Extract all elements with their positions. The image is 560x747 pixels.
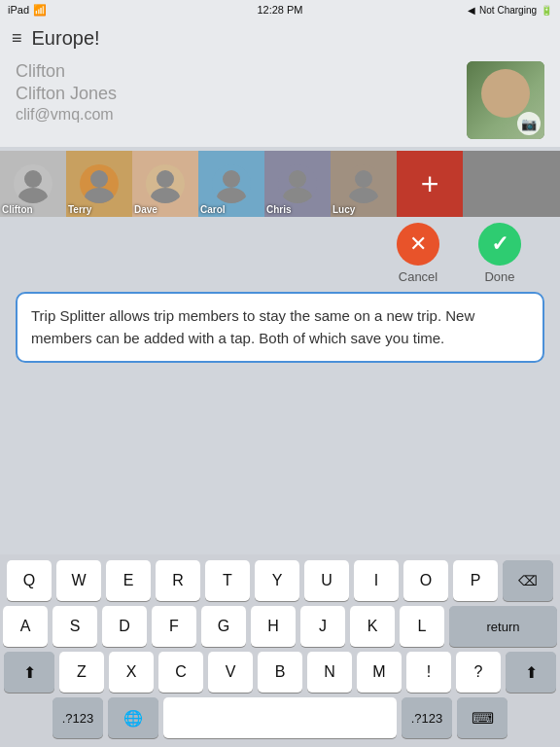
key-f[interactable]: F (152, 606, 196, 647)
member-clifton[interactable]: Clifton (0, 151, 66, 217)
status-left: iPad 📶 (8, 4, 47, 17)
done-circle: ✓ (478, 223, 521, 266)
battery-icon: 🔋 (541, 5, 552, 16)
key-r[interactable]: R (156, 560, 200, 601)
key-i[interactable]: I (354, 560, 399, 601)
member-label-clifton: Clifton (2, 204, 33, 215)
globe-key[interactable]: 🌐 (108, 697, 158, 738)
cancel-label: Cancel (399, 269, 438, 284)
numeric-right-key[interactable]: .?123 (402, 697, 452, 738)
keyboard-row-4: .?123 🌐 .?123 ⌨ (3, 697, 557, 738)
add-member-button[interactable]: + (397, 151, 463, 217)
members-strip: Clifton Terry Dave Carol Chris Lucy + (0, 151, 560, 217)
contact-name-short: Clifton (16, 61, 117, 82)
contact-section: Clifton Clifton Jones clif@vmq.com 📷 (0, 53, 560, 147)
member-chris[interactable]: Chris (264, 151, 331, 217)
member-terry[interactable]: Terry (66, 151, 132, 217)
member-label-terry: Terry (68, 204, 91, 215)
spacer (0, 371, 560, 400)
contact-photo[interactable]: 📷 (467, 61, 544, 139)
contact-info: Clifton Clifton Jones clif@vmq.com (16, 61, 117, 124)
nav-title: Europe! (32, 27, 100, 50)
key-c[interactable]: C (158, 652, 203, 693)
numeric-left-key[interactable]: .?123 (52, 697, 103, 738)
key-k[interactable]: K (350, 606, 395, 647)
member-lucy[interactable]: Lucy (331, 151, 397, 217)
status-bar: iPad 📶 12:28 PM ◀ Not Charging 🔋 (0, 0, 560, 19)
return-key[interactable]: return (449, 606, 557, 647)
keyboard-row-1: Q W E R T Y U I O P ⌫ (3, 560, 557, 601)
key-v[interactable]: V (208, 652, 253, 693)
key-u[interactable]: U (304, 560, 349, 601)
key-e[interactable]: E (106, 560, 151, 601)
key-t[interactable]: T (205, 560, 250, 601)
key-z[interactable]: Z (59, 652, 104, 693)
space-key[interactable] (163, 697, 397, 738)
member-dave[interactable]: Dave (132, 151, 198, 217)
key-d[interactable]: D (102, 606, 147, 647)
key-h[interactable]: H (251, 606, 296, 647)
member-label-dave: Dave (134, 204, 158, 215)
time-display: 12:28 PM (257, 4, 302, 16)
status-right: ◀ Not Charging 🔋 (468, 5, 552, 16)
add-icon: + (421, 168, 439, 199)
key-o[interactable]: O (403, 560, 448, 601)
contact-email: clif@vmq.com (16, 106, 117, 124)
hamburger-icon[interactable]: ≡ (12, 28, 22, 49)
key-exclamation[interactable]: ! (406, 652, 451, 693)
member-label-lucy: Lucy (332, 204, 355, 215)
wifi-icon: 📶 (33, 4, 47, 17)
key-x[interactable]: X (109, 652, 154, 693)
key-s[interactable]: S (52, 606, 97, 647)
camera-icon[interactable]: 📷 (517, 112, 541, 135)
key-b[interactable]: B (258, 652, 302, 693)
key-j[interactable]: J (300, 606, 345, 647)
shift-right-key[interactable]: ⬆ (506, 652, 556, 693)
nav-bar: ≡ Europe! (0, 19, 560, 53)
member-label-chris: Chris (266, 204, 292, 215)
key-y[interactable]: Y (255, 560, 299, 601)
key-l[interactable]: L (400, 606, 444, 647)
cancel-circle: ✕ (397, 223, 439, 266)
shift-left-key[interactable]: ⬆ (4, 652, 54, 693)
keyboard-hide-key[interactable]: ⌨ (457, 697, 508, 738)
key-w[interactable]: W (56, 560, 101, 601)
member-carol[interactable]: Carol (198, 151, 264, 217)
key-g[interactable]: G (201, 606, 246, 647)
key-n[interactable]: N (307, 652, 352, 693)
info-textbox[interactable]: Trip Splitter allows trip members to sta… (16, 292, 544, 363)
done-label: Done (484, 269, 514, 284)
device-label: iPad (8, 4, 29, 16)
key-p[interactable]: P (453, 560, 498, 601)
cancel-button[interactable]: ✕ Cancel (397, 223, 439, 284)
key-q[interactable]: Q (7, 560, 52, 601)
done-button[interactable]: ✓ Done (478, 223, 521, 284)
backspace-key[interactable]: ⌫ (503, 560, 553, 601)
keyboard: Q W E R T Y U I O P ⌫ A S D F G H J K L … (0, 554, 560, 747)
navigation-icon: ◀ (468, 5, 475, 16)
keyboard-row-2: A S D F G H J K L return (3, 606, 557, 647)
key-question[interactable]: ? (456, 652, 501, 693)
charging-status: Not Charging (479, 5, 537, 16)
contact-name-full: Clifton Jones (16, 84, 117, 104)
action-row: ✕ Cancel ✓ Done (0, 217, 560, 288)
keyboard-row-3: ⬆ Z X C V B N M ! ? ⬆ (3, 652, 557, 693)
key-m[interactable]: M (357, 652, 402, 693)
photo-face (481, 69, 530, 118)
member-label-carol: Carol (200, 204, 226, 215)
key-a[interactable]: A (3, 606, 48, 647)
